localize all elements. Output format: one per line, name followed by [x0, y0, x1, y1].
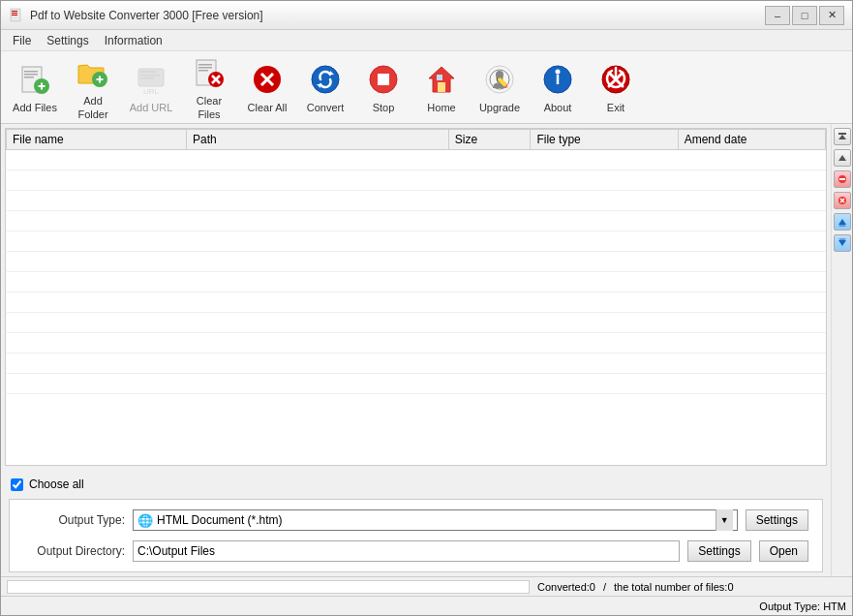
settings-panel: Output Type: 🌐 HTML Document (*.htm) ▼ S… [9, 499, 823, 572]
sidebar-scroll-up-button[interactable] [834, 149, 851, 167]
svg-rect-52 [839, 178, 845, 180]
home-button[interactable]: Home [413, 56, 470, 119]
content-area: File name Path Size File type Amend date [1, 124, 852, 576]
app-icon [9, 8, 24, 23]
output-type-value: HTML Document (*.htm) [157, 513, 283, 527]
close-button[interactable]: ✕ [819, 6, 844, 25]
svg-rect-36 [437, 75, 442, 80]
about-icon: i [538, 60, 577, 99]
menu-file[interactable]: File [5, 30, 39, 50]
clear-all-button[interactable]: Clear All [239, 56, 295, 119]
svg-rect-3 [12, 15, 17, 15]
stop-icon [364, 60, 403, 99]
output-dir-label: Output Directory: [23, 544, 125, 558]
svg-rect-2 [12, 13, 17, 14]
svg-rect-7 [24, 77, 34, 78]
choose-all-row: Choose all [5, 474, 827, 495]
clear-all-label: Clear All [248, 102, 288, 114]
exit-label: Exit [607, 102, 625, 114]
clear-files-icon [190, 53, 228, 92]
about-label: About [544, 102, 572, 114]
upgrade-icon: U [480, 60, 519, 99]
output-type-row: Output Type: 🌐 HTML Document (*.htm) ▼ S… [23, 509, 808, 531]
bottom-area: Choose all Output Type: 🌐 HTML Document … [1, 470, 831, 576]
menu-settings[interactable]: Settings [39, 30, 96, 50]
output-dir-settings-button[interactable]: Settings [687, 540, 750, 562]
output-type-bar: Output Type: HTM [1, 596, 852, 615]
add-folder-button[interactable]: Add Folder [65, 56, 121, 119]
main-window: Pdf to Website Converter 3000 [Free vers… [0, 0, 853, 616]
output-type-label: Output Type: [23, 513, 125, 527]
output-type-select[interactable]: 🌐 HTML Document (*.htm) ▼ [133, 509, 738, 531]
svg-rect-6 [24, 74, 38, 76]
exit-button[interactable]: Exit [588, 56, 644, 119]
add-files-button[interactable]: Add Files [7, 56, 63, 119]
svg-rect-1 [12, 11, 17, 12]
title-text: Pdf to Website Converter 3000 [Free vers… [30, 9, 263, 22]
main-area: File name Path Size File type Amend date [1, 124, 831, 576]
add-files-label: Add Files [13, 102, 57, 114]
svg-rect-21 [198, 67, 212, 69]
status-separator: / [603, 581, 606, 593]
svg-point-40 [496, 71, 503, 78]
table-row [7, 150, 826, 170]
about-button[interactable]: i About [530, 56, 586, 119]
status-converted: Converted:0 [537, 581, 595, 593]
table-row [7, 333, 826, 354]
svg-rect-16 [140, 75, 160, 77]
choose-all-checkbox[interactable] [11, 478, 23, 491]
col-path: Path [187, 130, 449, 150]
right-sidebar [831, 124, 852, 576]
add-folder-icon [74, 53, 112, 92]
table-row [7, 191, 826, 211]
output-type-status: Output Type: HTM [759, 601, 846, 612]
add-url-label: Add URL [130, 102, 173, 114]
sidebar-move-down-button[interactable] [834, 234, 851, 252]
table-row [7, 170, 826, 191]
output-type-settings-button[interactable]: Settings [746, 509, 808, 531]
upgrade-button[interactable]: U Upgrade [472, 56, 528, 119]
table-row [7, 374, 826, 394]
sidebar-scroll-top-button[interactable] [834, 128, 851, 145]
sidebar-remove-button[interactable] [834, 170, 851, 188]
svg-rect-17 [140, 77, 154, 79]
status-total: the total number of files:0 [614, 581, 734, 593]
minimize-button[interactable]: – [765, 6, 790, 25]
toolbar: Add Files Add Folder [1, 51, 852, 124]
menu-information[interactable]: Information [97, 30, 170, 50]
svg-rect-5 [24, 71, 38, 73]
file-table-container[interactable]: File name Path Size File type Amend date [5, 128, 827, 466]
title-controls: – □ ✕ [765, 6, 844, 25]
title-bar: Pdf to Website Converter 3000 [Free vers… [1, 1, 852, 30]
svg-marker-50 [838, 155, 846, 161]
sidebar-error-button[interactable] [834, 192, 851, 209]
status-bar: Converted:0 / the total number of files:… [1, 576, 852, 596]
convert-button[interactable]: Convert [297, 56, 353, 119]
output-type-dropdown-arrow[interactable]: ▼ [716, 509, 733, 531]
clear-files-button[interactable]: Clear Files [181, 56, 237, 119]
maximize-button[interactable]: □ [792, 6, 817, 25]
svg-rect-10 [41, 82, 43, 89]
sidebar-move-up-button[interactable] [834, 213, 851, 231]
stop-button[interactable]: Stop [355, 56, 411, 119]
table-row [7, 293, 826, 313]
convert-label: Convert [307, 102, 345, 114]
svg-rect-22 [198, 70, 208, 72]
table-row [7, 272, 826, 293]
col-filename: File name [7, 130, 187, 150]
progress-bar-container [7, 580, 530, 594]
output-dir-input[interactable] [133, 540, 680, 562]
file-table: File name Path Size File type Amend date [6, 129, 826, 394]
output-dir-open-button[interactable]: Open [759, 540, 808, 562]
svg-rect-13 [99, 77, 101, 83]
clear-all-icon [248, 60, 287, 99]
upgrade-label: Upgrade [479, 102, 520, 114]
table-row [7, 313, 826, 333]
convert-icon [306, 60, 345, 99]
svg-rect-48 [838, 133, 846, 135]
globe-icon: 🌐 [137, 513, 153, 528]
add-url-icon: URL [132, 60, 170, 99]
choose-all-label[interactable]: Choose all [29, 477, 84, 491]
svg-point-45 [556, 69, 561, 74]
svg-marker-49 [838, 135, 846, 139]
